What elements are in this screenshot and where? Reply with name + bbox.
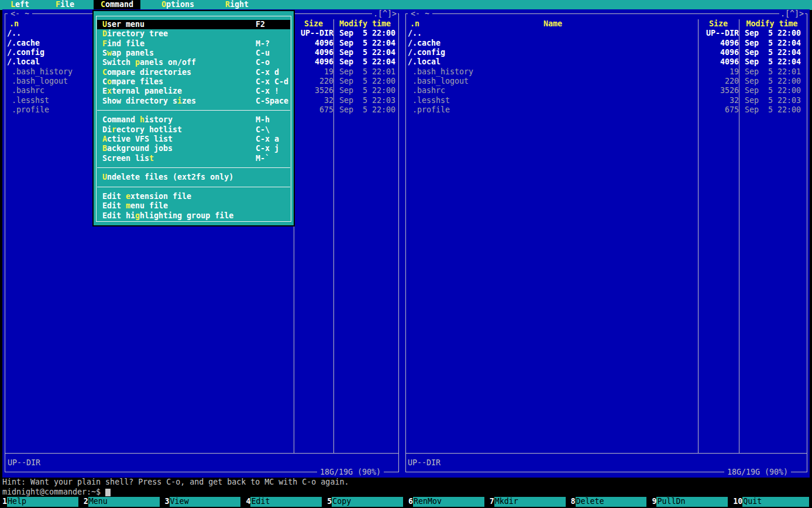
file-size: 3526 — [294, 86, 336, 95]
shell-prompt-line[interactable]: midnight@commander:~$ — [2, 488, 111, 497]
fkey-number: 7 — [487, 497, 494, 507]
file-row[interactable]: .profile675Sep 5 22:00 — [408, 105, 805, 115]
file-mtime: Sep 5 22:04 — [741, 57, 805, 67]
file-row[interactable]: .bash_logout220Sep 5 22:00 — [408, 77, 805, 86]
menu-item-compare-files[interactable]: Compare filesC-x C-d — [97, 77, 290, 87]
file-row[interactable]: /.local4096Sep 5 22:04 — [408, 57, 805, 67]
menubar-item-label: ile — [60, 0, 74, 9]
hotkey-letter: C — [101, 0, 105, 9]
file-size: 4096 — [698, 48, 741, 57]
menu-item-label-post: enu file — [130, 201, 168, 210]
name-column-title: Name — [408, 19, 698, 29]
menu-item-label-pre: Edit — [102, 201, 126, 210]
menu-separator — [97, 106, 290, 115]
menu-item-switch-panels-on-off[interactable]: Switch panels on/offC-o — [97, 58, 290, 67]
menu-item-label-post: ectory hotlist — [116, 125, 182, 134]
menu-item-edit-extension-file[interactable]: Edit extension file — [97, 192, 290, 201]
file-row[interactable]: .bashrc3526Sep 5 22:00 — [408, 86, 805, 95]
mtime-column-header: Modify time — [333, 19, 397, 29]
menu-item-label-post: ctive VFS list — [107, 135, 173, 143]
menu-item-command-history[interactable]: Command historyM-h — [97, 115, 290, 125]
menu-item-external-panelize[interactable]: External panelizeC-x ! — [97, 87, 290, 96]
menu-item-background-jobs[interactable]: Background jobsC-x j — [97, 144, 290, 153]
menu-item-find-file[interactable]: Find fileM-? — [97, 39, 290, 49]
hotkey-letter: B — [102, 144, 107, 153]
menubar-item-label: ight — [230, 0, 249, 9]
fkey-3[interactable]: 3View — [163, 497, 244, 507]
panel-nav-marker[interactable]: .[^]> — [372, 9, 398, 19]
menu-item-label-post: ndelete files (ext2fs only) — [107, 173, 233, 181]
file-size: 4096 — [698, 39, 741, 48]
file-size: 19 — [698, 67, 741, 77]
menu-item-label: Show directory sizes — [97, 97, 196, 106]
fkey-label: View — [170, 497, 241, 507]
hotkey-letter: o — [107, 77, 112, 86]
menu-item-swap-panels[interactable]: Swap panelsC-u — [97, 49, 290, 58]
fkey-7[interactable]: 7Mkdir — [487, 497, 569, 507]
hotkey-letter: e — [126, 192, 130, 201]
menubar-item-command[interactable]: Command — [94, 0, 140, 10]
file-row[interactable]: .lesshst32Sep 5 22:03 — [408, 96, 805, 105]
fkey-label: Delete — [576, 497, 647, 507]
menu-item-label: Find file — [97, 39, 144, 49]
file-size: 32 — [698, 96, 741, 105]
menu-item-shortcut: C-x j — [256, 144, 279, 153]
file-mtime: Sep 5 22:04 — [336, 48, 397, 57]
file-row[interactable]: /.config4096Sep 5 22:04 — [408, 48, 805, 57]
file-row[interactable]: /..UP--DIRSep 5 22:00 — [408, 29, 805, 38]
menu-item-undelete-files-ext2fs-only[interactable]: Undelete files (ext2fs only) — [97, 173, 290, 182]
hotkey-letter: F — [102, 39, 107, 48]
menu-item-label: User menu — [97, 20, 144, 29]
fkey-10[interactable]: 10Quit — [731, 497, 812, 507]
menu-item-directory-tree[interactable]: Directory tree — [97, 29, 290, 39]
fkey-2[interactable]: 2Menu — [81, 497, 163, 507]
fkey-number: 10 — [731, 497, 742, 507]
file-mtime: Sep 5 22:00 — [741, 105, 805, 115]
menu-item-show-directory-sizes[interactable]: Show directory sizesC-Space — [97, 97, 290, 106]
menubar-item-file[interactable]: File — [56, 0, 74, 10]
file-mtime: Sep 5 22:00 — [741, 86, 805, 95]
terminal-cursor[interactable] — [105, 489, 111, 496]
menu-item-shortcut: C-x C-d — [256, 77, 288, 87]
menu-item-shortcut: C-\ — [256, 125, 270, 135]
fkey-label: RenMov — [413, 497, 484, 507]
menu-item-label-pre: Edit hi — [102, 211, 135, 220]
menu-item-label: Directory tree — [97, 29, 168, 39]
panel-path[interactable]: <- ~ — [408, 9, 432, 19]
menu-item-label: Edit menu file — [97, 201, 168, 211]
panel-path[interactable]: <- ~ — [8, 9, 32, 19]
menu-item-shortcut: M-h — [256, 115, 270, 125]
menu-item-compare-directories[interactable]: Compare directoriesC-x d — [97, 68, 290, 77]
menu-item-screen-list[interactable]: Screen listM-` — [97, 154, 290, 163]
menubar-item-right[interactable]: Right — [225, 0, 249, 10]
fkey-number: 6 — [406, 497, 413, 507]
menubar-item-left[interactable]: Left — [11, 0, 29, 10]
fkey-5[interactable]: 5Copy — [325, 497, 406, 507]
menu-item-active-vfs-list[interactable]: Active VFS listC-x a — [97, 135, 290, 144]
menu-item-label-pre: Show directory s — [102, 97, 177, 105]
fkey-1[interactable]: 1Help — [0, 497, 81, 507]
menu-item-user-menu[interactable]: User menuF2 — [97, 20, 290, 29]
fkey-4[interactable]: 4Edit — [243, 497, 325, 507]
menu-item-directory-hotlist[interactable]: Directory hotlistC-\ — [97, 125, 290, 135]
panel-header-row: .nNameSizeModify time — [408, 19, 805, 29]
menu-item-label-post: mpare files — [112, 77, 163, 86]
menu-item-edit-menu-file[interactable]: Edit menu file — [97, 201, 290, 211]
menu-item-label-post: ompare directories — [107, 68, 191, 77]
menu-item-label-pre: Di — [102, 125, 112, 134]
menu-item-label-post: ap panels — [112, 49, 154, 57]
menubar-item-options[interactable]: Options — [161, 0, 194, 10]
file-row[interactable]: /.cache4096Sep 5 22:04 — [408, 39, 805, 48]
fkey-8[interactable]: 8Delete — [569, 497, 650, 507]
hotkey-letter: C — [102, 68, 107, 77]
fkey-6[interactable]: 6RenMov — [406, 497, 487, 507]
hotkey-letter: D — [102, 29, 107, 38]
menu-item-label-post: ternal panelize — [112, 87, 182, 95]
fkey-9[interactable]: 9PullDn — [649, 497, 731, 507]
panel-nav-marker[interactable]: .[^]> — [779, 9, 805, 19]
file-mtime: Sep 5 22:00 — [741, 29, 805, 38]
fkey-number: 9 — [649, 497, 656, 507]
size-column-header: Size — [698, 19, 739, 29]
menu-item-edit-highlighting-group-file[interactable]: Edit highlighting group file — [97, 211, 290, 221]
file-row[interactable]: .bash_history19Sep 5 22:01 — [408, 67, 805, 77]
